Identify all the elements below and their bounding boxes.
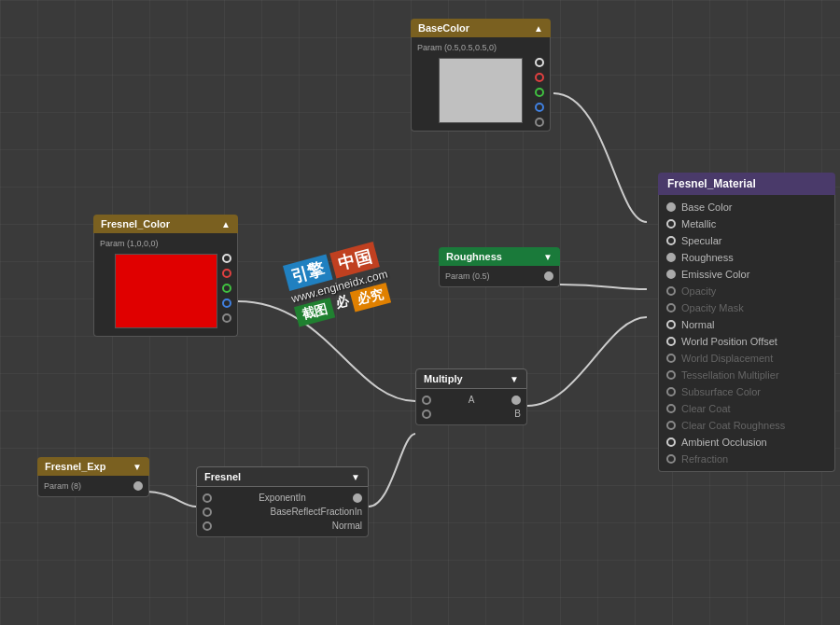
multiply-pin-a: A	[416, 393, 526, 407]
mat-subsurface-label: Subsurface Color	[681, 386, 761, 397]
material-row-emissive[interactable]: Emissive Color	[659, 266, 834, 283]
pin-multiply-out[interactable]	[511, 396, 521, 405]
mat-opacity-mask-label: Opacity Mask	[681, 302, 744, 313]
basecolor-arrow[interactable]: ▲	[534, 23, 543, 34]
material-panel-title: Fresnel_Material	[667, 177, 756, 190]
pin-fresnelcolor-red[interactable]	[222, 269, 231, 278]
node-fresnel-color: Fresnel_Color ▲ Param (1,0,0,0)	[93, 215, 238, 337]
roughness-body: Param (0.5)	[439, 266, 560, 287]
fresnel-color-header: Fresnel_Color ▲	[93, 215, 238, 233]
roughness-arrow[interactable]: ▼	[543, 252, 553, 262]
fresnel-pin-normal: Normal	[197, 519, 368, 533]
multiply-arrow[interactable]: ▼	[510, 374, 519, 384]
pin-mat-metallic[interactable]	[666, 219, 676, 229]
mat-wd-label: World Displacement	[681, 353, 773, 364]
mat-refraction-label: Refraction	[681, 453, 728, 465]
pin-fresnelcolor-white[interactable]	[222, 254, 231, 263]
fresnel-color-subtitle: Param (1,0,0,0)	[100, 239, 159, 248]
pin-basecolor-gray[interactable]	[535, 118, 544, 127]
material-row-opacity[interactable]: Opacity	[659, 283, 834, 299]
pin-fresnelcolor-green[interactable]	[222, 284, 231, 293]
material-row-tess[interactable]: Tessellation Multiplier	[659, 367, 834, 383]
basecolor-subtitle-row: Param (0.5,0.5,0.5,0)	[412, 41, 550, 54]
pin-basecolor-green[interactable]	[535, 88, 544, 97]
multiply-body: A B	[415, 389, 527, 425]
mat-specular-label: Specular	[681, 235, 721, 246]
fresnel-basereflect-label: BaseReflectFractionIn	[271, 507, 362, 517]
mat-clearcoat-label: Clear Coat	[681, 403, 731, 414]
material-row-wd[interactable]: World Displacement	[659, 350, 834, 367]
material-row-metallic[interactable]: Metallic	[659, 215, 834, 232]
pin-mat-subsurface[interactable]	[666, 387, 676, 396]
mat-tess-label: Tessellation Multiplier	[681, 369, 779, 381]
material-row-refraction[interactable]: Refraction	[659, 451, 834, 467]
pin-mat-opacity[interactable]	[666, 286, 676, 296]
material-row-basecolor[interactable]: Base Color	[659, 199, 834, 215]
material-row-ao[interactable]: Ambient Occlusion	[659, 434, 834, 451]
mat-clearcoat-roughness-label: Clear Coat Roughness	[681, 420, 785, 431]
fresnel-arrow[interactable]: ▼	[351, 472, 360, 482]
fresnel-exponent-label: ExponentIn	[259, 493, 306, 503]
pin-mat-opacity-mask[interactable]	[666, 303, 676, 312]
pin-mat-basecolor[interactable]	[666, 202, 676, 212]
pin-mat-wpo[interactable]	[666, 337, 676, 346]
fresnel-color-arrow[interactable]: ▲	[221, 219, 231, 229]
material-row-wpo[interactable]: World Position Offset	[659, 333, 834, 350]
pin-basecolor-white[interactable]	[535, 58, 544, 67]
material-row-roughness[interactable]: Roughness	[659, 249, 834, 266]
pin-fresnel-exponent-in[interactable]	[203, 493, 212, 503]
fresnel-color-preview	[115, 254, 217, 328]
mat-roughness-label: Roughness	[681, 252, 734, 263]
pin-basecolor-red[interactable]	[535, 73, 544, 82]
material-row-clearcoat-roughness[interactable]: Clear Coat Roughness	[659, 417, 834, 434]
pin-mat-ao[interactable]	[666, 438, 676, 447]
pin-mat-tess[interactable]	[666, 370, 676, 380]
material-row-specular[interactable]: Specular	[659, 232, 834, 249]
fresnel-exp-subtitle-row: Param (8)	[38, 479, 148, 493]
pin-mat-roughness[interactable]	[666, 253, 676, 262]
material-row-normal[interactable]: Normal	[659, 316, 834, 333]
node-multiply: Multiply ▼ A B	[415, 368, 527, 425]
multiply-b-label: B	[514, 409, 521, 419]
basecolor-header: BaseColor ▲	[411, 19, 551, 37]
material-row-clearcoat[interactable]: Clear Coat	[659, 400, 834, 417]
pin-mat-specular[interactable]	[666, 236, 676, 245]
material-panel-header: Fresnel_Material	[658, 173, 835, 195]
pin-mat-refraction[interactable]	[666, 454, 676, 464]
pin-fresnelexp-out[interactable]	[133, 481, 143, 491]
pin-mat-clearcoat[interactable]	[666, 404, 676, 413]
multiply-pin-b: B	[416, 407, 526, 421]
pin-roughness-out[interactable]	[544, 271, 553, 281]
pin-mat-emissive[interactable]	[666, 270, 676, 279]
fresnel-exp-arrow[interactable]: ▼	[133, 462, 142, 472]
roughness-subtitle: Param (0.5)	[445, 271, 490, 281]
node-fresnel: Fresnel ▼ ExponentIn BaseReflectFraction…	[196, 466, 369, 537]
fresnel-title: Fresnel	[204, 471, 241, 482]
mat-metallic-label: Metallic	[681, 218, 716, 229]
material-panel-body: Base Color Metallic Specular Roughness E…	[658, 195, 835, 472]
fresnel-pin-exponent: ExponentIn	[197, 491, 368, 505]
mat-ao-label: Ambient Occlusion	[681, 437, 767, 448]
node-fresnel-exp: Fresnel_Exp ▼ Param (8)	[37, 457, 149, 497]
pin-fresnel-basereflect-in[interactable]	[203, 507, 212, 517]
roughness-title: Roughness	[446, 251, 502, 262]
pin-multiply-a-in[interactable]	[422, 396, 431, 405]
pin-fresnel-normal-in[interactable]	[203, 521, 212, 531]
fresnel-color-subtitle-row: Param (1,0,0,0)	[94, 237, 237, 250]
pin-fresnelcolor-blue[interactable]	[222, 299, 231, 308]
pin-fresnel-out[interactable]	[353, 493, 362, 503]
material-row-subsurface[interactable]: Subsurface Color	[659, 383, 834, 400]
mat-emissive-label: Emissive Color	[681, 269, 749, 280]
fresnel-header: Fresnel ▼	[196, 466, 369, 487]
fresnel-pin-basereflect: BaseReflectFractionIn	[197, 505, 368, 519]
pin-fresnelcolor-gray[interactable]	[222, 313, 231, 323]
multiply-header: Multiply ▼	[415, 368, 527, 389]
pin-mat-clearcoat-roughness[interactable]	[666, 421, 676, 430]
fresnel-normal-label: Normal	[332, 521, 362, 531]
pin-mat-normal[interactable]	[666, 320, 676, 329]
material-panel: Fresnel_Material Base Color Metallic Spe…	[658, 173, 835, 472]
material-row-opacity-mask[interactable]: Opacity Mask	[659, 299, 834, 316]
pin-multiply-b-in[interactable]	[422, 410, 431, 419]
pin-mat-wd[interactable]	[666, 354, 676, 363]
pin-basecolor-blue[interactable]	[535, 103, 544, 112]
